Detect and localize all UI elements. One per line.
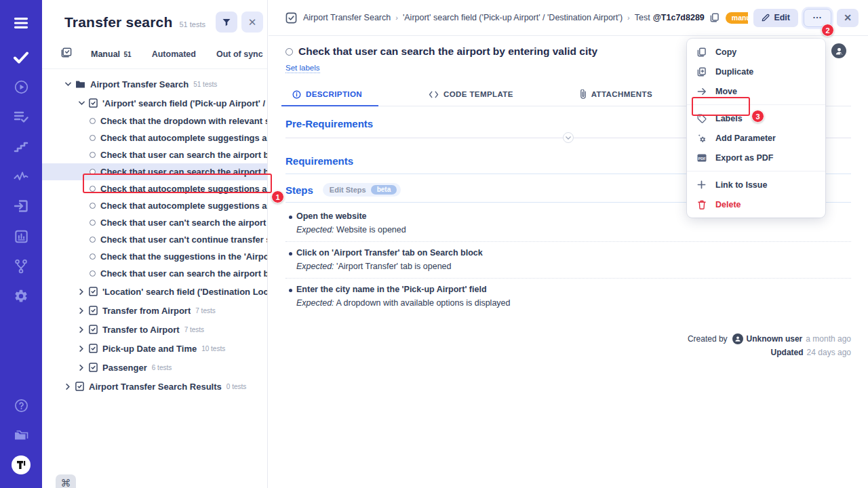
test-id[interactable]: @T1c7d8289 bbox=[653, 13, 705, 22]
collapse-toggle-icon[interactable] bbox=[563, 132, 574, 143]
tree-suite-search-results[interactable]: Airport Transfer Search Results 0 tests bbox=[42, 377, 267, 396]
tree-item-label: Check that autocomplete suggestions are … bbox=[100, 184, 267, 194]
breadcrumb-subsuite[interactable]: 'Airport' search field ('Pick-up Airport… bbox=[403, 13, 623, 22]
select-all-icon[interactable] bbox=[61, 47, 72, 60]
settings-gear-icon[interactable] bbox=[0, 288, 42, 304]
tree-test[interactable]: Check that user can search the airport b… bbox=[42, 265, 267, 282]
suite-doc-icon bbox=[89, 98, 98, 108]
tree-folder-airport-transfer-search[interactable]: Airport Transfer Search 51 tests bbox=[42, 75, 267, 94]
tree-test[interactable]: Check that user can't search the airport… bbox=[42, 214, 267, 231]
updated-row: Updated 24 days ago bbox=[771, 348, 851, 357]
tab-automated[interactable]: Automated bbox=[152, 49, 196, 59]
close-detail-button[interactable]: ✕ bbox=[837, 9, 859, 27]
tree-item-count: 7 tests bbox=[195, 307, 215, 314]
updated-ago: 24 days ago bbox=[807, 348, 851, 357]
tree-test[interactable]: Check that autocomplete suggestions are … bbox=[42, 180, 267, 197]
chevron-right-icon[interactable] bbox=[78, 364, 85, 371]
tests-check-icon[interactable] bbox=[0, 49, 42, 66]
tree-suite-transfer-to-airport[interactable]: Transfer to Airport 7 tests bbox=[42, 320, 267, 339]
app-sidebar bbox=[0, 0, 42, 488]
chevron-down-icon[interactable] bbox=[78, 100, 85, 106]
tree-item-label: Check that the suggestions in the 'Airpo… bbox=[100, 251, 267, 262]
chevron-right-icon[interactable] bbox=[78, 345, 85, 352]
chevron-right-icon[interactable] bbox=[78, 326, 85, 333]
tree-item-label: Passenger bbox=[102, 363, 147, 373]
tree-item-label: Transfer to Airport bbox=[102, 325, 180, 335]
step-item[interactable]: Enter the city name in the 'Pick-up Airp… bbox=[285, 278, 851, 314]
info-icon bbox=[292, 90, 301, 99]
chevron-right-icon[interactable] bbox=[78, 307, 85, 314]
step-item[interactable]: Click on 'Airport Transfer' tab on Searc… bbox=[285, 241, 851, 278]
panel-title: Transfer search bbox=[64, 14, 172, 30]
tree-suite-pickup-date-time[interactable]: Pick-up Date and Time 10 tests bbox=[42, 339, 267, 358]
steps-list: Open the website Expected: Website is op… bbox=[285, 205, 851, 314]
keyboard-shortcut-button[interactable]: ⌘ bbox=[56, 474, 76, 488]
tree-suite-passenger[interactable]: Passenger 6 tests bbox=[42, 358, 267, 377]
panel-close-button[interactable]: ✕ bbox=[241, 12, 263, 33]
menu-item-link-to-issue[interactable]: Link to Issue bbox=[687, 175, 825, 195]
copy-icon bbox=[696, 47, 707, 57]
created-by-row: Created by Unknown user a month ago bbox=[688, 333, 851, 344]
chevron-down-icon[interactable] bbox=[64, 81, 71, 87]
menu-item-labels[interactable]: Labels bbox=[687, 108, 825, 128]
menu-item-add-parameter[interactable]: Add Parameter bbox=[687, 128, 825, 148]
projects-folder-icon[interactable] bbox=[0, 427, 42, 443]
trash-icon bbox=[696, 200, 707, 209]
more-actions-button[interactable]: ... bbox=[804, 9, 831, 27]
tab-description[interactable]: DESCRIPTION bbox=[285, 85, 369, 106]
reports-chart-icon[interactable] bbox=[0, 228, 42, 245]
step-expected: Expected: 'Airport Transfer' tab is open… bbox=[296, 262, 851, 271]
menu-item-copy[interactable]: Copy bbox=[687, 42, 825, 62]
tree-test[interactable]: Check that the suggestions in the 'Airpo… bbox=[42, 248, 267, 265]
chevron-right-icon[interactable] bbox=[64, 383, 71, 390]
tree-test[interactable]: Check that autocomplete suggestings are … bbox=[42, 129, 267, 146]
tab-out-of-sync[interactable]: Out of sync bbox=[216, 49, 263, 59]
steps-heading: Steps bbox=[285, 184, 313, 196]
tab-manual[interactable]: Manual 51 bbox=[91, 49, 132, 59]
tree-item-label: Check that autocomplete suggestions are … bbox=[100, 201, 267, 211]
test-status-icon bbox=[90, 220, 96, 226]
tree-test[interactable]: Check that the dropdown with relevant su… bbox=[42, 113, 267, 129]
import-icon[interactable] bbox=[0, 198, 42, 214]
set-labels-link[interactable]: Set labels bbox=[285, 64, 320, 73]
edit-steps-button[interactable]: Edit Steps beta bbox=[323, 183, 401, 197]
step-expected: Expected: Website is opened bbox=[296, 225, 851, 235]
tree-suite-transfer-from-airport[interactable]: Transfer from Airport 7 tests bbox=[42, 301, 267, 320]
tree-test[interactable]: Check that autocomplete suggestions are … bbox=[42, 197, 267, 214]
filter-tab-bar: Manual 51 Automated Out of sync De bbox=[42, 39, 267, 69]
step-expected: Expected: A dropdown with available opti… bbox=[296, 298, 851, 308]
app-logo[interactable] bbox=[12, 455, 31, 474]
code-icon bbox=[429, 91, 439, 98]
chevron-right-icon[interactable] bbox=[78, 288, 85, 295]
edit-button[interactable]: Edit bbox=[753, 9, 798, 27]
tree-suite-airport-search-field[interactable]: 'Airport' search field ('Pick-up Airport… bbox=[42, 94, 267, 113]
test-plans-icon[interactable] bbox=[0, 108, 42, 125]
test-status-icon bbox=[90, 169, 96, 175]
tab-attachments[interactable]: ATTACHMENTS bbox=[573, 84, 659, 106]
steps-stairs-icon[interactable] bbox=[0, 139, 42, 155]
suite-doc-icon bbox=[89, 306, 98, 315]
test-status-icon bbox=[90, 135, 96, 141]
tree-test-selected[interactable]: Check that user can search the airport b… bbox=[42, 163, 267, 180]
help-icon[interactable] bbox=[0, 397, 42, 413]
menu-item-export-pdf[interactable]: PDF Export as PDF bbox=[687, 148, 825, 167]
tree-item-label: Check that user can search the airport b… bbox=[100, 167, 267, 177]
menu-item-delete[interactable]: Delete bbox=[687, 195, 825, 214]
copy-id-icon[interactable] bbox=[710, 13, 719, 22]
assignee-avatar-icon[interactable] bbox=[831, 43, 846, 58]
menu-item-duplicate[interactable]: Duplicate bbox=[687, 62, 825, 81]
branches-icon[interactable] bbox=[0, 258, 42, 274]
filter-button[interactable] bbox=[216, 12, 237, 33]
pdf-icon: PDF bbox=[696, 154, 707, 162]
run-play-icon[interactable] bbox=[0, 79, 42, 95]
tree-test[interactable]: Check that user can't continue transfer … bbox=[42, 231, 267, 248]
breadcrumb-suite[interactable]: Airport Transfer Search bbox=[303, 13, 391, 22]
menu-item-move[interactable]: Move bbox=[687, 81, 825, 101]
pulse-analytics-icon[interactable] bbox=[0, 168, 42, 184]
menu-divider bbox=[687, 171, 825, 171]
menu-icon[interactable] bbox=[0, 15, 42, 31]
tree-suite-location-search-field[interactable]: 'Location' search field ('Destination Lo… bbox=[42, 282, 267, 301]
paperclip-icon bbox=[580, 89, 587, 99]
tab-code-template[interactable]: CODE TEMPLATE bbox=[422, 85, 520, 105]
tree-test[interactable]: Check that user can search the airport b… bbox=[42, 146, 267, 163]
